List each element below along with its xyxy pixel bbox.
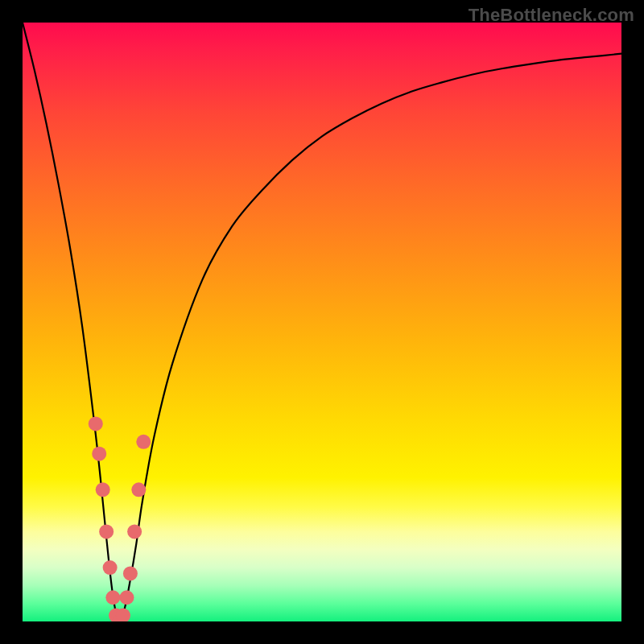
bottleneck-chart-svg bbox=[23, 23, 621, 621]
curve-marker bbox=[89, 416, 103, 431]
curve-marker-group bbox=[89, 416, 151, 621]
curve-marker bbox=[92, 447, 106, 461]
curve-marker bbox=[136, 435, 151, 449]
curve-marker bbox=[127, 524, 142, 539]
curve-marker bbox=[99, 524, 114, 539]
curve-marker bbox=[105, 590, 120, 605]
curve-marker bbox=[123, 566, 138, 580]
curve-marker bbox=[119, 590, 134, 605]
chart-frame: TheBottleneck.com bbox=[0, 0, 644, 644]
plot-area bbox=[23, 23, 621, 621]
curve-marker bbox=[103, 560, 118, 575]
curve-marker bbox=[131, 482, 146, 497]
curve-marker bbox=[96, 482, 110, 497]
